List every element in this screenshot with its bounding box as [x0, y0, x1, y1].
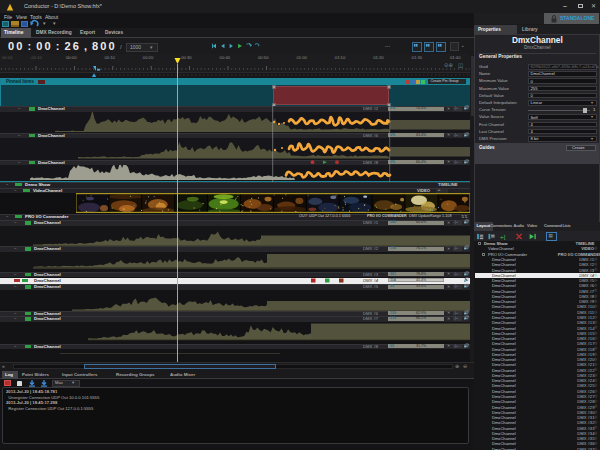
svg-text:+{: +{	[500, 233, 506, 240]
